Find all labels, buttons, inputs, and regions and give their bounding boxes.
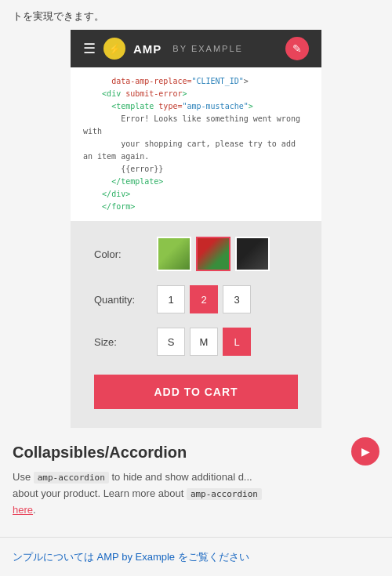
code-line-4: Error! Looks like something went wrong w… [83, 113, 309, 138]
hamburger-icon[interactable]: ☰ [83, 40, 96, 57]
quantity-btn-1[interactable]: 1 [157, 285, 185, 313]
quantity-btn-3[interactable]: 3 [223, 285, 251, 313]
amp-edit-button[interactable]: ✎ [285, 37, 309, 60]
amp-title: AMP [133, 42, 162, 56]
size-options: S M L [157, 328, 251, 356]
code-line-9: </form> [83, 201, 309, 213]
code-line-1: data-amp-replace="CLIENT_ID"> [83, 75, 309, 88]
code-block: data-amp-replace="CLIENT_ID"> <div submi… [71, 67, 321, 221]
inline-code-accordion-1: amp-accordion [34, 472, 109, 484]
period: . [33, 504, 36, 516]
page-wrapper: トを実現できます。 ☰ ⚡ AMP BY EXAMPLE ✎ data-amp-… [0, 0, 392, 576]
size-label: Size: [94, 336, 157, 348]
amp-subtitle: BY EXAMPLE [172, 44, 243, 53]
code-line-8: </div> [83, 188, 309, 201]
color-options [157, 237, 270, 271]
quantity-btn-2[interactable]: 2 [190, 285, 218, 313]
color-swatch-red-green[interactable] [196, 237, 230, 271]
size-btn-s[interactable]: S [157, 328, 185, 356]
top-text-area: トを実現できます。 [0, 0, 392, 30]
bottom-link-area[interactable]: ンプルについては AMP by Example をご覧ください [0, 537, 392, 576]
quantity-selector-row: Quantity: 1 2 3 [94, 285, 298, 313]
top-japanese-text: トを実現できます。 [13, 10, 104, 22]
amp-logo-bolt: ⚡ [108, 43, 121, 55]
size-btn-m[interactable]: M [190, 328, 218, 356]
swatch-green-fill [158, 238, 190, 270]
code-line-5: your shopping cart, please try to add an… [83, 138, 309, 163]
text-to-hide: to hide and show additional d... [111, 471, 252, 483]
amp-header-left: ☰ ⚡ AMP BY EXAMPLE [83, 38, 243, 60]
product-panel: Color: Quantity: 1 2 3 [71, 221, 321, 428]
text-use: Use [13, 471, 31, 483]
quantity-options: 1 2 3 [157, 285, 251, 313]
amp-header: ☰ ⚡ AMP BY EXAMPLE ✎ [71, 30, 321, 67]
text-about: about your product. Learn more about [13, 487, 187, 499]
bottom-link-text: ンプルについては AMP by Example をご覧ください [13, 551, 249, 563]
size-btn-l[interactable]: L [223, 328, 251, 356]
color-selector-row: Color: [94, 237, 298, 271]
collapsibles-text: Use amp-accordion to hide and show addit… [13, 469, 379, 518]
here-link[interactable]: here [13, 504, 33, 516]
play-button[interactable]: ▶ [351, 437, 379, 466]
code-line-3: <template type="amp-mustache"> [83, 100, 309, 113]
collapsibles-section: Collapsibles/Accordion ▶ Use amp-accordi… [0, 428, 392, 531]
collapsibles-title: Collapsibles/Accordion [13, 444, 187, 462]
size-selector-row: Size: S M L [94, 328, 298, 356]
swatch-red-green-fill [198, 238, 229, 270]
code-line-6: {{error}} [83, 163, 309, 176]
amp-logo: ⚡ [103, 38, 125, 60]
color-label: Color: [94, 248, 157, 260]
inline-code-accordion-2: amp-accordion [187, 488, 262, 500]
edit-icon: ✎ [292, 42, 302, 55]
add-to-cart-button[interactable]: ADD TO CART [94, 375, 298, 409]
quantity-label: Quantity: [94, 294, 157, 306]
color-swatch-green[interactable] [157, 237, 191, 271]
code-line-2: <div submit-error> [83, 88, 309, 100]
code-line-7: </template> [83, 176, 309, 188]
swatch-dark-fill [237, 238, 268, 270]
color-swatch-dark[interactable] [235, 237, 270, 271]
